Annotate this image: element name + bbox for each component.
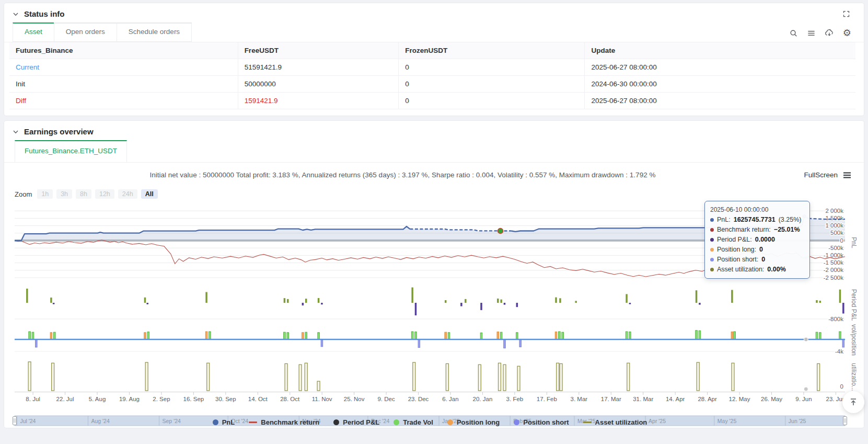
- svg-text:-800k: -800k: [828, 316, 843, 322]
- expand-icon[interactable]: [842, 10, 850, 18]
- collapse-chevron-icon[interactable]: [13, 129, 19, 135]
- svg-text:1 500k: 1 500k: [825, 215, 843, 221]
- pane-axis-titles: PnLPeriod P&Lvol/positionutilizatio...: [850, 237, 858, 391]
- svg-text:1 000k: 1 000k: [825, 222, 843, 229]
- table-row: Init5000000002024-06-30 00:00:00: [9, 76, 855, 93]
- legend-item-asset-utilization[interactable]: Asset utilization: [583, 418, 647, 426]
- menu-icon[interactable]: [807, 29, 816, 38]
- legend-label: Benchmark return: [261, 418, 319, 426]
- column-header: FrozenUSDT: [399, 42, 585, 59]
- tooltip-label: Position long:: [717, 245, 756, 255]
- tooltip-label: Benchmark return:: [717, 225, 771, 235]
- tooltip-value: −25.01%: [774, 225, 800, 235]
- legend-marker: [249, 422, 257, 423]
- tooltip-series-dot: [710, 258, 714, 261]
- tooltip-series-dot: [710, 268, 714, 271]
- tooltip-row: Period P&L: 0.0000: [710, 235, 804, 245]
- svg-text:6. Jan: 6. Jan: [442, 396, 458, 402]
- collapse-chevron-icon[interactable]: [13, 11, 19, 17]
- svg-text:17. Mar: 17. Mar: [601, 396, 621, 402]
- svg-text:28. Apr: 28. Apr: [698, 396, 717, 402]
- dashboard-page: { "status_card": { "title": "Status info…: [0, 0, 868, 444]
- svg-text:3. Mar: 3. Mar: [571, 396, 588, 402]
- x-axis: 8. Jul22. Jul5. Aug19. Aug2. Sep16. Sep3…: [15, 392, 846, 402]
- status-info-title: Status info: [24, 9, 65, 18]
- tab-open-orders[interactable]: Open orders: [54, 22, 117, 42]
- table-cell: 1591421.9: [238, 93, 399, 109]
- event-marker: [498, 228, 503, 233]
- tooltip-value: 1625745.7731: [734, 215, 776, 225]
- zoom-label: Zoom: [15, 190, 32, 198]
- table-cell: 2025-06-27 08:00:00: [585, 59, 855, 76]
- svg-text:-2 000k: -2 000k: [824, 267, 844, 273]
- legend-item-pnl[interactable]: PnL: [213, 418, 235, 426]
- chart-stats-row: Initial net value : 50000000 Total profi…: [4, 171, 864, 183]
- search-icon[interactable]: [789, 29, 798, 38]
- zoom-buttons: 1h3h8h12h24hAll: [37, 189, 157, 199]
- svg-text:23. Dec: 23. Dec: [408, 396, 429, 402]
- zoom-button-all[interactable]: All: [141, 189, 158, 199]
- chart-tooltip: 2025-06-10 00:00:00PnL: 1625745.7731 (3.…: [704, 201, 810, 279]
- period-pnl-pane: -800k: [15, 288, 845, 322]
- asset-table: Futures_BinanceFreeUSDTFrozenUSDTUpdate …: [9, 42, 855, 109]
- status-info-card: Status info AssetOpen ordersSchedule ord…: [4, 3, 864, 116]
- tab-schedule-orders[interactable]: Schedule orders: [117, 22, 192, 42]
- zoom-button-3h[interactable]: 3h: [56, 189, 72, 199]
- svg-text:2 000k: 2 000k: [825, 208, 843, 214]
- legend-item-period-p-l[interactable]: Period P&L: [333, 418, 379, 426]
- cloud-download-icon[interactable]: [825, 28, 834, 38]
- svg-text:9. Dec: 9. Dec: [377, 396, 395, 402]
- table-cell: 0: [399, 93, 585, 109]
- svg-text:0: 0: [840, 383, 843, 390]
- tooltip-row: Benchmark return: −25.01%: [710, 225, 804, 235]
- svg-text:-4k: -4k: [835, 348, 843, 355]
- settings-icon[interactable]: ⚙: [843, 29, 851, 37]
- svg-text:20. Jan: 20. Jan: [473, 396, 493, 402]
- column-header: Update: [585, 42, 855, 59]
- legend-label: Trade Vol: [403, 418, 433, 426]
- zoom-button-12h[interactable]: 12h: [95, 189, 114, 199]
- table-cell[interactable]: Current: [9, 59, 238, 76]
- zoom-button-24h[interactable]: 24h: [118, 189, 137, 199]
- svg-text:22. Jul: 22. Jul: [56, 396, 74, 402]
- svg-text:31. Mar: 31. Mar: [633, 396, 653, 402]
- tab-asset[interactable]: Asset: [13, 22, 54, 42]
- tab-futures-binance-eth-usdt[interactable]: Futures_Binance.ETH_USDT: [15, 140, 127, 162]
- chart-menu-icon[interactable]: [843, 172, 851, 179]
- svg-text:-2 500k: -2 500k: [824, 275, 844, 281]
- table-cell: Diff: [9, 93, 238, 109]
- asset-table-header-row: Futures_BinanceFreeUSDTFrozenUSDTUpdate: [9, 42, 855, 59]
- tooltip-label: Period P&L:: [717, 235, 752, 245]
- tooltip-row: Asset utilization: 0.00%: [710, 265, 804, 275]
- tooltip-series-dot: [710, 248, 714, 252]
- legend-label: Position long: [457, 418, 500, 426]
- tooltip-extra: (3.25%): [779, 215, 802, 225]
- legend-item-position-long[interactable]: Position long: [447, 418, 500, 426]
- zoom-button-1h[interactable]: 1h: [37, 189, 53, 199]
- fullscreen-button[interactable]: FullScreen: [804, 171, 838, 179]
- legend-marker: [583, 422, 592, 423]
- column-header: Futures_Binance: [9, 42, 238, 59]
- svg-text:8. Jul: 8. Jul: [26, 396, 40, 402]
- status-tabs: AssetOpen ordersSchedule orders: [13, 22, 191, 42]
- chart-legend: PnLBenchmark returnPeriod P&LTrade VolPo…: [15, 418, 845, 426]
- svg-text:Period P&L: Period P&L: [850, 289, 858, 321]
- vol-position-pane: -4k: [15, 331, 845, 355]
- tooltip-value: 0: [761, 255, 765, 265]
- status-info-header: Status info: [4, 3, 864, 21]
- tooltip-value: 0.0000: [755, 235, 775, 245]
- tooltip-label: Position short:: [717, 255, 758, 265]
- legend-item-position-short[interactable]: Position short: [514, 418, 569, 426]
- zoom-button-8h[interactable]: 8h: [76, 189, 91, 199]
- legend-label: Period P&L: [343, 418, 379, 426]
- table-cell: 0: [399, 76, 585, 93]
- earnings-overview-title: Earnings overview: [24, 127, 94, 136]
- legend-item-trade-vol[interactable]: Trade Vol: [394, 418, 433, 426]
- legend-item-benchmark-return[interactable]: Benchmark return: [249, 418, 319, 426]
- svg-text:PnL: PnL: [850, 237, 858, 248]
- legend-label: PnL: [222, 418, 235, 426]
- svg-text:11. Nov: 11. Nov: [312, 396, 332, 402]
- legend-label: Asset utilization: [595, 418, 647, 426]
- legend-marker: [213, 419, 218, 425]
- back-to-top-button[interactable]: [842, 391, 864, 413]
